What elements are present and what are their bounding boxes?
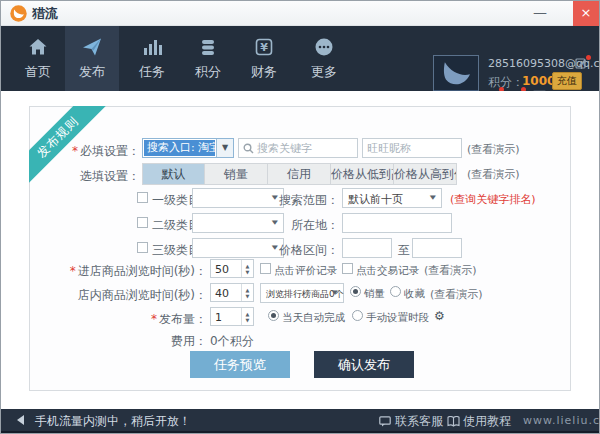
nav-item-publish[interactable]: 发布 [65,26,119,91]
nav-label: 任务 [127,63,177,81]
shop-time-stepper[interactable]: 40 ▲▼ [210,283,254,302]
chevron-down-icon: ▼ [332,289,338,295]
shop-time-label: 店内商品浏览时间(秒)： [50,287,207,304]
tab-price-asc[interactable]: 价格从低到高 [331,163,394,185]
nav-item-finance[interactable]: ¥ 财务 [239,26,289,91]
click-trade-checkbox[interactable] [342,263,353,274]
nav-label: 积分 [183,63,233,81]
browse-rank-dropdown[interactable]: 浏览排行榜商品0个 ▼ [260,283,344,303]
required-settings-label: *必填设置： [48,143,140,160]
points-label: 积分： [488,74,524,91]
keyword-input[interactable] [238,138,358,158]
location-label: 所在地： [275,217,339,234]
app-window: 猎流 — × 首页 发布 任务 [0,0,600,434]
cat2-checkbox[interactable] [137,217,148,228]
keyword-rank-link[interactable]: (查询关键字排名) [450,192,536,207]
publish-amount-value: 1 [215,311,222,324]
wangwang-nick-input[interactable] [362,138,462,158]
price-min-input[interactable] [342,238,392,258]
chevron-down-icon[interactable]: ▼ [216,139,233,157]
nav-item-tasks[interactable]: 任务 [127,26,177,91]
shop-time-value: 40 [215,287,229,300]
tab-default[interactable]: 默认 [142,163,205,185]
cat3-dropdown[interactable]: ▼ [192,238,284,258]
auto-complete-label: 当天自动完成 [282,311,345,325]
favorite-radio-label: 收藏 [404,287,425,301]
search-entry-select[interactable]: 搜索入口: 淘宝 ▼ [142,138,234,158]
status-bar: 手机流量内测中，稍后开放！ 联系客服 使用教程 www.lieliu.com [1,409,599,434]
search-scope-dropdown[interactable]: 默认前十页 ▼ [342,188,442,208]
nav-item-points[interactable]: 积分 [183,26,233,91]
avatar-logo-icon [434,58,478,92]
required-marker: * [151,312,157,326]
stepper-arrows-icon[interactable]: ▲▼ [241,284,253,301]
gear-icon[interactable]: ⚙ [434,309,445,323]
required-marker: * [72,144,78,158]
stepper-arrows-icon[interactable]: ▲▼ [241,260,253,277]
demo-link[interactable]: (查看演示) [467,142,520,157]
publish-rules-panel: 发布规则 *必填设置： 搜索入口: 淘宝 ▼ (查看演示) 选填设置： 默认 销… [29,106,571,391]
sales-radio-label: 销量 [364,287,385,301]
title-bar: 猎流 — × [1,1,599,26]
price-max-input[interactable] [412,238,462,258]
app-title: 猎流 [32,5,58,23]
location-input[interactable] [342,213,452,233]
search-icon [243,143,254,154]
minimize-button[interactable]: — [526,1,554,25]
yuan-icon: ¥ [253,36,275,58]
bar-chart-icon [141,36,163,58]
publish-amount-stepper[interactable]: 1 ▲▼ [210,307,254,326]
more-icon [313,36,335,58]
edit-profile-icon[interactable] [575,57,587,69]
nav-bar: 首页 发布 任务 积分 [1,26,599,91]
tab-credit[interactable]: 信用 [268,163,331,185]
tab-price-desc[interactable]: 价格从高到低 [394,163,457,185]
visit-time-value: 50 [215,263,229,276]
click-review-checkbox[interactable] [260,263,271,274]
favorite-radio[interactable] [390,286,401,297]
manual-time-radio[interactable] [352,310,363,321]
contact-icon [379,416,391,427]
cost-value: 0个积分 [210,333,254,350]
cat3-checkbox[interactable] [137,242,148,253]
recharge-button[interactable]: 充值 [552,72,582,90]
points-value: 1000 [522,74,555,88]
nav-item-home[interactable]: 首页 [13,26,63,91]
confirm-publish-button[interactable]: 确认发布 [314,351,414,378]
site-url[interactable]: www.lieliu.com [523,414,600,427]
contact-support-link[interactable]: 联系客服 [395,413,443,430]
price-range-label: 价格区间： [275,242,339,259]
optional-settings-label: 选填设置： [48,168,140,185]
stepper-arrows-icon[interactable]: ▲▼ [241,308,253,325]
svg-text:¥: ¥ [260,41,268,54]
nav-label: 发布 [65,63,119,81]
sales-radio[interactable] [350,286,361,297]
manual-time-label: 手动设置时段 [366,311,429,325]
demo-link[interactable]: (查看演示) [430,287,483,302]
task-preview-button[interactable]: 任务预览 [190,351,290,378]
cat1-dropdown[interactable]: ▼ [192,188,284,208]
nav-label: 财务 [239,63,289,81]
search-entry-value: 搜索入口: 淘宝 [144,140,215,156]
main-area: 发布规则 *必填设置： 搜索入口: 淘宝 ▼ (查看演示) 选填设置： 默认 销… [1,91,599,409]
notification-dot [586,55,591,60]
cat2-dropdown[interactable]: ▼ [192,213,284,233]
click-trade-label: 点击交易记录 [356,264,419,278]
nav-item-more[interactable]: 更多 [299,26,349,91]
demo-link[interactable]: (查看演示) [424,263,477,278]
visit-time-label: *进店商品浏览时间(秒)： [50,263,207,280]
nav-label: 更多 [299,63,349,81]
tutorial-link[interactable]: 使用教程 [463,413,511,430]
visit-time-stepper[interactable]: 50 ▲▼ [210,259,254,278]
tab-sales[interactable]: 销量 [205,163,268,185]
collapse-arrow-icon[interactable] [17,415,24,425]
cost-label: 费用： [50,333,207,350]
cat1-checkbox[interactable] [137,192,148,203]
paper-plane-icon [81,36,103,58]
demo-link[interactable]: (查看演示) [467,167,520,182]
click-review-label: 点击评价记录 [274,264,337,278]
auto-complete-radio[interactable] [268,310,279,321]
search-scope-value: 默认前十页 [348,192,403,207]
coins-icon [197,36,219,58]
close-button[interactable]: × [573,1,599,26]
